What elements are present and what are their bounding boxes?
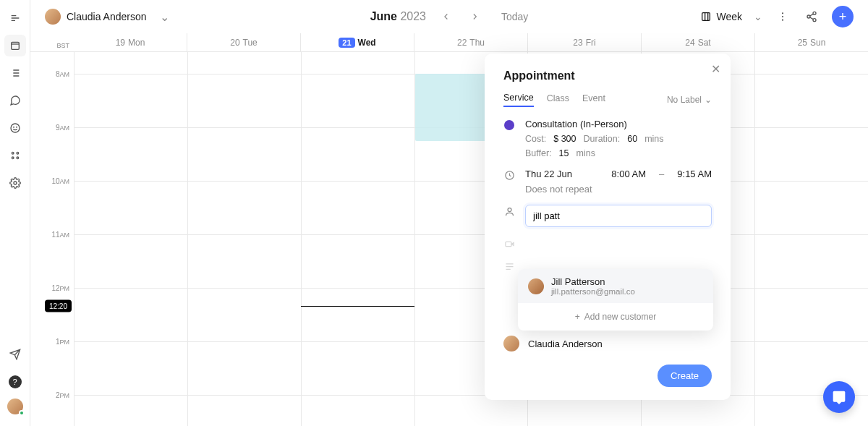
calendar-icon[interactable] <box>4 35 26 56</box>
current-time-pill: 12:20 <box>45 299 72 312</box>
close-icon[interactable]: ✕ <box>711 62 720 76</box>
tab-service[interactable]: Service <box>503 93 534 107</box>
person-icon <box>503 205 515 217</box>
team-member-name[interactable]: Claudia Anderson <box>528 338 603 349</box>
add-button[interactable]: + <box>832 6 854 27</box>
label-picker[interactable]: No Label ⌄ <box>667 95 712 105</box>
team-member-avatar <box>503 336 519 352</box>
video-icon <box>503 237 515 250</box>
svg-point-5 <box>17 152 19 154</box>
day-header-thu[interactable]: 22Thu <box>414 33 527 51</box>
panel-title: Appointment <box>503 69 712 82</box>
appointment-panel: ✕ Appointment Service Class Event No Lab… <box>485 54 731 400</box>
create-button[interactable]: Create <box>658 365 712 387</box>
day-header-sat[interactable]: 24Sat <box>641 33 754 51</box>
svg-rect-18 <box>505 242 511 246</box>
recurrence-picker[interactable]: Does not repeat <box>525 184 712 195</box>
hour-label: 11AM <box>51 231 69 239</box>
chevron-down-icon: ⌄ <box>160 10 169 24</box>
day-header-fri[interactable]: 23Fri <box>527 33 641 51</box>
start-time[interactable]: 8:00 AM <box>611 169 646 179</box>
chevron-down-icon: ⌄ <box>705 95 712 105</box>
apps-icon[interactable] <box>4 145 26 166</box>
svg-point-17 <box>508 208 511 212</box>
plus-icon: + <box>575 312 580 322</box>
today-button[interactable]: Today <box>501 11 528 22</box>
svg-point-7 <box>17 157 19 159</box>
view-picker[interactable]: Week ⌄ <box>700 11 762 22</box>
day-header-row: BST 19Mon20Tue21Wed22Thu23Fri24Sat25Sun <box>30 33 868 52</box>
day-header-sun[interactable]: 25Sun <box>754 33 868 51</box>
day-column[interactable] <box>754 52 868 426</box>
intercom-launcher[interactable] <box>823 381 855 413</box>
day-column[interactable] <box>301 52 414 426</box>
customer-suggest-dropdown: Jill Patterson jill.patterson@gmail.co +… <box>518 269 713 331</box>
chat-icon[interactable] <box>4 90 26 111</box>
next-week-button[interactable] <box>467 8 484 25</box>
add-new-customer-button[interactable]: + Add new customer <box>518 303 713 331</box>
svg-point-11 <box>782 16 783 17</box>
menu-icon[interactable] <box>4 7 26 29</box>
hour-label: 12PM <box>51 284 69 292</box>
panel-tabs: Service Class Event No Label ⌄ <box>503 93 712 107</box>
user-switcher[interactable]: Claudia Anderson ⌄ <box>45 9 169 25</box>
help-icon[interactable]: ? <box>4 371 26 393</box>
svg-rect-0 <box>11 42 19 49</box>
svg-rect-9 <box>702 13 710 21</box>
day-header-mon[interactable]: 19Mon <box>74 33 187 51</box>
hour-label: 1PM <box>56 338 69 346</box>
svg-point-3 <box>16 127 17 127</box>
service-color-dot <box>504 120 514 130</box>
user-avatar[interactable] <box>7 399 23 414</box>
customer-suggest-item[interactable]: Jill Patterson jill.patterson@gmail.co <box>518 269 713 303</box>
grid-columns <box>74 52 868 426</box>
day-header-tue[interactable]: 20Tue <box>187 33 300 51</box>
timezone-label: BST <box>30 33 74 51</box>
service-name[interactable]: Consultation (In-Person) <box>525 119 712 129</box>
svg-point-14 <box>807 15 810 18</box>
day-column[interactable] <box>74 52 187 426</box>
topbar: Claudia Anderson ⌄ June 2023 Today Week … <box>30 0 868 33</box>
svg-point-13 <box>813 12 816 14</box>
svg-point-12 <box>782 20 783 21</box>
month-label: June 2023 <box>370 10 426 23</box>
customer-search-input[interactable] <box>525 205 712 227</box>
svg-point-15 <box>813 19 816 22</box>
gear-icon[interactable] <box>4 172 26 194</box>
svg-point-10 <box>782 12 783 14</box>
hour-label: 2PM <box>56 391 69 399</box>
more-icon[interactable] <box>774 8 791 25</box>
svg-point-6 <box>12 157 14 159</box>
day-header-wed[interactable]: 21Wed <box>300 33 414 51</box>
hour-label: 8AM <box>56 70 69 78</box>
prev-week-button[interactable] <box>438 8 455 25</box>
calendar-grid: 8AM9AM10AM11AM12PM1PM2PM12:20 <box>30 52 868 426</box>
notes-icon <box>503 260 515 272</box>
current-time-line <box>301 306 414 307</box>
share-icon[interactable] <box>803 8 820 25</box>
hour-gutter: 8AM9AM10AM11AM12PM1PM2PM12:20 <box>30 52 74 426</box>
list-icon[interactable] <box>4 62 26 84</box>
tab-event[interactable]: Event <box>582 93 605 106</box>
clock-icon <box>503 169 515 181</box>
tab-class[interactable]: Class <box>547 93 569 106</box>
svg-point-2 <box>13 127 14 127</box>
svg-point-4 <box>12 152 14 154</box>
svg-point-8 <box>14 182 17 184</box>
current-user-name: Claudia Anderson <box>67 11 147 22</box>
emoji-icon[interactable] <box>4 117 26 139</box>
hour-label: 9AM <box>56 124 69 132</box>
send-icon[interactable] <box>4 344 26 365</box>
end-time[interactable]: 9:15 AM <box>677 169 712 179</box>
svg-point-1 <box>11 124 20 132</box>
side-rail: ? <box>0 0 30 426</box>
appointment-date[interactable]: Thu 22 Jun <box>525 169 572 179</box>
day-column[interactable] <box>187 52 301 426</box>
hour-label: 10AM <box>51 177 69 185</box>
chevron-down-icon: ⌄ <box>754 11 762 22</box>
